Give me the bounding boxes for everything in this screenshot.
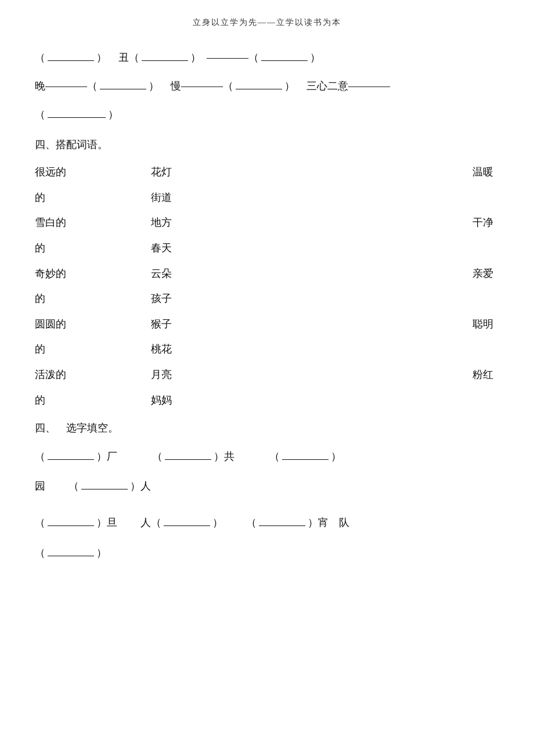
blank-3[interactable] xyxy=(261,60,308,61)
blank-f6[interactable] xyxy=(164,525,210,526)
blank-f7[interactable] xyxy=(259,525,305,526)
match-row-8: 的 桃花 xyxy=(35,338,499,361)
blank-f1[interactable] xyxy=(48,459,94,460)
match-right-5: 亲爱 xyxy=(174,262,499,286)
match-mid-1: 花灯 xyxy=(104,161,174,184)
fill-item-5: （ ）旦 xyxy=(35,510,117,535)
text-chou: 丑（ xyxy=(118,45,139,70)
match-mid-5: 云朵 xyxy=(104,262,174,286)
match-mid-8: 桃花 xyxy=(104,338,174,361)
fill-item-7: （ ）宵 队 xyxy=(246,510,349,535)
match-row-3: 雪白的 地方 干净 xyxy=(35,211,499,235)
text-open-paren1: （ xyxy=(35,45,45,70)
match-left-4: 的 xyxy=(35,237,104,260)
fill-item-3: （ ） xyxy=(269,444,341,469)
row-3: （ ） xyxy=(35,102,499,127)
header-text: 立身以立学为先——立学以读书为本 xyxy=(193,18,341,27)
fill-item-1: （ ）厂 xyxy=(35,444,117,469)
fill-item-8: （ ） xyxy=(35,541,107,566)
match-row-10: 的 妈妈 xyxy=(35,389,499,412)
match-row-5: 奇妙的 云朵 亲爱 xyxy=(35,262,499,286)
fill-row-1-1: （ ）厂 （ ）共 （ ） xyxy=(35,444,499,469)
blank-f5[interactable] xyxy=(48,525,94,526)
section4a-title: 四、搭配词语。 xyxy=(35,134,499,157)
match-mid-6: 孩子 xyxy=(104,287,174,311)
match-mid-4: 春天 xyxy=(104,237,174,260)
match-row-2: 的 街道 xyxy=(35,186,499,210)
text-man: 慢————（ xyxy=(171,74,233,99)
fill-row-2-1: （ ）旦 人（ ） （ ）宵 队 xyxy=(35,510,499,535)
match-left-9: 活泼的 xyxy=(35,363,104,387)
text-dash1: ————（ xyxy=(207,45,259,70)
section4b-title: 四、 选字填空。 xyxy=(35,421,499,435)
fill-group-2: （ ）旦 人（ ） （ ）宵 队 （ ） xyxy=(35,510,499,565)
match-right-9: 粉红 xyxy=(174,363,499,387)
match-mid-7: 猴子 xyxy=(104,313,174,336)
match-mid-9: 月亮 xyxy=(104,363,174,387)
match-left-1: 很远的 xyxy=(35,161,104,184)
text-open-paren6: （ xyxy=(35,102,45,127)
match-left-8: 的 xyxy=(35,338,104,361)
row-2: 晚————（ ） 慢————（ ） 三心二意———— xyxy=(35,74,499,99)
match-left-5: 奇妙的 xyxy=(35,262,104,286)
row-1: （ ） 丑（ ） ————（ ） xyxy=(35,45,499,70)
section4a: 四、搭配词语。 很远的 花灯 温暖 的 街道 雪白的 地方 干净 的 春天 奇妙… xyxy=(35,134,499,412)
blank-1[interactable] xyxy=(48,60,94,61)
text-wan: 晚————（ xyxy=(35,74,98,99)
fill-group-1: （ ）厂 （ ）共 （ ） 园 （ ）人 xyxy=(35,444,499,499)
match-left-10: 的 xyxy=(35,389,104,412)
match-mid-3: 地方 xyxy=(104,211,174,235)
match-mid-10: 妈妈 xyxy=(104,389,174,412)
match-right-7: 聪明 xyxy=(174,313,499,336)
match-mid-2: 街道 xyxy=(104,186,174,210)
text-close-paren4: ） xyxy=(149,74,159,99)
blank-2[interactable] xyxy=(142,60,188,61)
match-row-1: 很远的 花灯 温暖 xyxy=(35,161,499,184)
match-left-2: 的 xyxy=(35,186,104,210)
fill-row-2-2: （ ） xyxy=(35,541,499,566)
match-left-7: 圆圆的 xyxy=(35,313,104,336)
match-right-3: 干净 xyxy=(174,211,499,235)
blank-f3[interactable] xyxy=(282,459,329,460)
match-row-9: 活泼的 月亮 粉红 xyxy=(35,363,499,387)
fill-item-2: （ ）共 xyxy=(152,444,234,469)
fill-item-6: 人（ ） xyxy=(140,510,223,535)
text-close-paren6: ） xyxy=(108,102,118,127)
blank-4[interactable] xyxy=(100,89,146,89)
blank-f2[interactable] xyxy=(165,459,211,460)
match-right-1: 温暖 xyxy=(174,161,499,184)
text-sanxin: 三心二意———— xyxy=(306,74,390,99)
match-row-7: 圆圆的 猴子 聪明 xyxy=(35,313,499,336)
match-row-6: 的 孩子 xyxy=(35,287,499,311)
text-yuan: 园 xyxy=(35,474,45,499)
text-close-paren2: ） xyxy=(190,45,201,70)
text-close-paren3: ） xyxy=(310,45,320,70)
page-header: 立身以立学为先——立学以读书为本 xyxy=(35,17,499,28)
fill-row-1-2: 园 （ ）人 xyxy=(35,474,499,499)
blank-f8[interactable] xyxy=(48,556,94,556)
text-close-paren5: ） xyxy=(284,74,295,99)
match-left-6: 的 xyxy=(35,287,104,311)
blank-6[interactable] xyxy=(48,117,106,118)
section3: （ ） 丑（ ） ————（ ） 晚————（ ） 慢————（ ） 三心二意—… xyxy=(35,45,499,128)
blank-f4[interactable] xyxy=(81,489,128,489)
text-close-paren1: ） xyxy=(96,45,107,70)
match-row-4: 的 春天 xyxy=(35,237,499,260)
section4b: 四、 选字填空。 （ ）厂 （ ）共 （ ） 园 xyxy=(35,421,499,566)
match-left-3: 雪白的 xyxy=(35,211,104,235)
blank-5[interactable] xyxy=(236,89,282,89)
fill-item-4: （ ）人 xyxy=(68,474,151,499)
